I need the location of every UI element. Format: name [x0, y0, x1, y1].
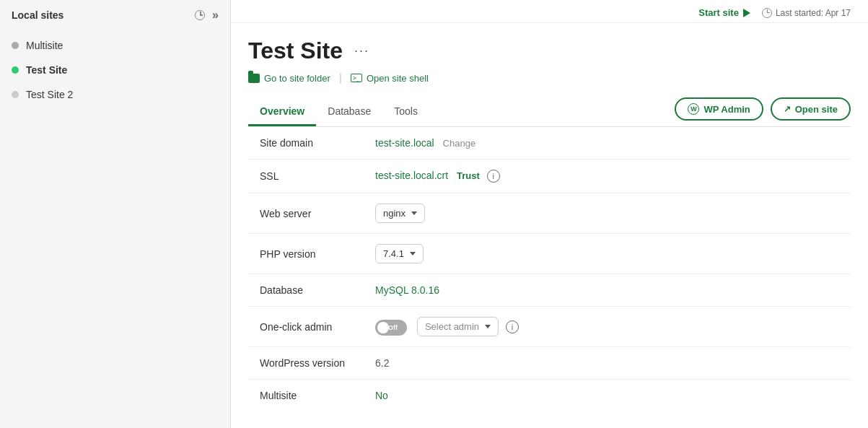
toggle-label: Off	[388, 324, 398, 331]
field-label-wordpress-version: WordPress version	[248, 347, 364, 380]
sidebar-item-label: Test Site	[26, 64, 67, 76]
tab-actions: W WP Admin ↗ Open site	[675, 97, 851, 126]
field-value-wordpress-version: 6.2	[364, 347, 851, 380]
database-value: MySQL 8.0.16	[375, 284, 439, 296]
field-label-database: Database	[248, 274, 364, 307]
sidebar-item-test-site-2[interactable]: Test Site 2	[0, 82, 230, 107]
tab-tools[interactable]: Tools	[382, 98, 429, 126]
wp-icon: W	[688, 103, 699, 115]
sidebar-item-test-site[interactable]: Test Site	[0, 58, 230, 82]
sidebar-list: Multisite Test Site Test Site 2	[0, 30, 230, 110]
folder-icon	[248, 74, 260, 83]
table-row: Database MySQL 8.0.16	[248, 274, 851, 307]
site-status-dot	[12, 42, 19, 49]
table-row: PHP version 7.4.1	[248, 234, 851, 274]
sidebar-item-label: Multisite	[26, 40, 63, 51]
tabs-row: Overview Database Tools W WP Admin ↗ Ope…	[248, 97, 851, 127]
table-row: Multisite No	[248, 380, 851, 412]
table-row: SSL test-site.local.crt Trust i	[248, 160, 851, 193]
site-title-row: Test Site ···	[248, 38, 851, 64]
last-started: Last started: Apr 17	[762, 8, 851, 18]
web-server-value: nginx	[383, 208, 405, 219]
overview-table: Site domain test-site.local Change SSL t…	[248, 127, 851, 411]
site-status-dot	[12, 91, 19, 98]
site-title: Test Site	[248, 38, 343, 64]
start-site-button[interactable]: Start site	[698, 7, 750, 18]
trust-button[interactable]: Trust	[457, 170, 480, 181]
field-value-multisite: No	[364, 380, 851, 412]
field-value-site-domain: test-site.local Change	[364, 127, 851, 160]
clock-icon	[762, 8, 772, 18]
site-content: Test Site ··· Go to site folder | >_ Ope…	[231, 23, 868, 428]
chevron-down-icon	[410, 252, 416, 256]
external-link-icon: ↗	[784, 104, 791, 114]
quick-link-divider: |	[339, 71, 351, 84]
field-value-ssl: test-site.local.crt Trust i	[364, 160, 851, 193]
sidebar-header-icons: »	[195, 9, 219, 22]
table-row: Web server nginx	[248, 193, 851, 234]
collapse-icon[interactable]: »	[212, 9, 219, 22]
ssl-info-icon[interactable]: i	[487, 170, 500, 183]
site-domain-value: test-site.local	[375, 137, 434, 149]
php-version-dropdown[interactable]: 7.4.1	[375, 244, 424, 263]
sidebar-item-multisite[interactable]: Multisite	[0, 33, 230, 58]
sidebar-item-label: Test Site 2	[26, 89, 73, 100]
field-label-one-click-admin: One-click admin	[248, 307, 364, 347]
chevron-down-icon	[411, 211, 417, 215]
sidebar-header: Local sites »	[0, 0, 230, 30]
go-to-site-folder-label: Go to site folder	[264, 73, 330, 84]
field-value-one-click-admin: Off Select admin i	[364, 307, 851, 347]
ssl-cert-value: test-site.local.crt	[375, 170, 448, 181]
select-admin-value: Select admin	[425, 321, 479, 332]
field-value-php-version: 7.4.1	[364, 234, 851, 274]
one-click-admin-info-icon[interactable]: i	[506, 320, 519, 333]
wp-admin-label: WP Admin	[703, 104, 750, 115]
change-domain-button[interactable]: Change	[443, 138, 476, 149]
chevron-down-icon	[485, 325, 491, 328]
wp-admin-button[interactable]: W WP Admin	[675, 97, 763, 121]
go-to-site-folder-link[interactable]: Go to site folder	[248, 73, 339, 84]
table-row: Site domain test-site.local Change	[248, 127, 851, 160]
start-site-arrow-icon	[743, 9, 750, 17]
topbar: Start site Last started: Apr 17	[231, 0, 868, 23]
toggle-knob	[377, 322, 389, 333]
sidebar: Local sites » Multisite Test Site Test S…	[0, 0, 231, 428]
field-label-web-server: Web server	[248, 193, 364, 234]
web-server-dropdown[interactable]: nginx	[375, 204, 425, 223]
field-label-ssl: SSL	[248, 160, 364, 193]
tab-overview[interactable]: Overview	[248, 98, 316, 126]
terminal-icon: >_	[351, 74, 362, 82]
quick-links: Go to site folder | >_ Open site shell	[248, 71, 851, 84]
main-content: Start site Last started: Apr 17 Test Sit…	[231, 0, 868, 428]
table-row: One-click admin Off Select admin i	[248, 307, 851, 347]
open-site-button[interactable]: ↗ Open site	[771, 97, 851, 121]
tabs: Overview Database Tools	[248, 98, 429, 126]
field-label-multisite: Multisite	[248, 380, 364, 412]
field-label-php-version: PHP version	[248, 234, 364, 274]
field-value-web-server: nginx	[364, 193, 851, 234]
sidebar-title: Local sites	[12, 9, 63, 21]
open-site-shell-label: Open site shell	[367, 73, 429, 84]
last-started-text: Last started: Apr 17	[776, 8, 851, 18]
open-site-shell-link[interactable]: >_ Open site shell	[351, 73, 437, 84]
table-row: WordPress version 6.2	[248, 347, 851, 380]
tab-database[interactable]: Database	[316, 98, 382, 126]
history-icon[interactable]	[195, 10, 205, 20]
multisite-value: No	[375, 390, 388, 401]
site-status-dot	[12, 66, 19, 74]
more-options-button[interactable]: ···	[351, 42, 372, 60]
open-site-label: Open site	[795, 104, 838, 115]
field-value-database: MySQL 8.0.16	[364, 274, 851, 307]
select-admin-dropdown[interactable]: Select admin	[417, 317, 499, 336]
start-site-label: Start site	[698, 7, 739, 18]
one-click-admin-toggle[interactable]: Off	[375, 320, 407, 336]
php-version-value: 7.4.1	[383, 248, 404, 259]
field-label-site-domain: Site domain	[248, 127, 364, 160]
